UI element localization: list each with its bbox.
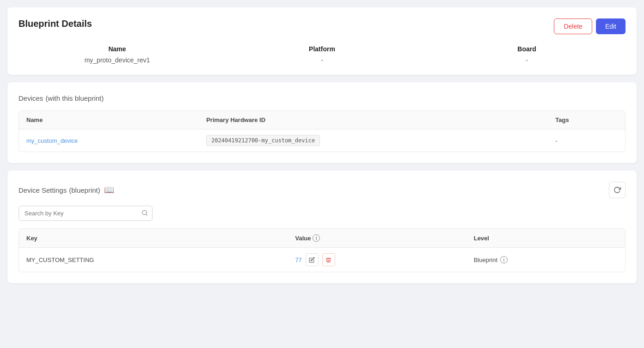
settings-table-body: MY_CUSTOM_SETTING 77 xyxy=(19,248,625,272)
search-icon xyxy=(141,209,148,216)
refresh-button[interactable] xyxy=(609,182,626,198)
setting-level-cell: Blueprint i xyxy=(466,248,625,272)
setting-level-value: Blueprint xyxy=(474,256,497,263)
settings-table-container: Key Value i Level MY_CUSTOM_SETTING xyxy=(18,228,626,272)
table-row: MY_CUSTOM_SETTING 77 xyxy=(19,248,625,272)
search-container xyxy=(18,206,153,221)
delete-button[interactable]: Delete xyxy=(554,18,592,34)
devices-table-container: Name Primary Hardware ID Tags my_custom_… xyxy=(18,110,626,152)
col-header-name: Name xyxy=(19,111,199,129)
blueprint-info: Name my_proto_device_rev1 Platform - Boa… xyxy=(18,45,626,64)
col-header-tags: Tags xyxy=(548,111,625,129)
settings-title-row: Device Settings (blueprint) 📖 xyxy=(18,185,114,195)
device-settings-card: Device Settings (blueprint) 📖 xyxy=(7,171,637,283)
trash-icon xyxy=(325,257,331,263)
svg-line-1 xyxy=(146,214,147,215)
settings-header: Device Settings (blueprint) 📖 xyxy=(18,182,626,198)
device-hwid-cell: 20240419212700-my_custom_device xyxy=(199,129,548,152)
platform-label: Platform xyxy=(309,45,335,53)
setting-value-cell: 77 xyxy=(288,248,466,272)
level-info-icon[interactable]: i xyxy=(500,256,508,263)
board-label: Board xyxy=(517,45,536,53)
blueprint-header: Blueprint Details Delete Edit xyxy=(18,18,626,34)
settings-table: Key Value i Level MY_CUSTOM_SETTING xyxy=(19,229,625,272)
col-header-level: Level xyxy=(466,229,625,248)
name-value: my_proto_device_rev1 xyxy=(85,56,150,64)
col-header-key: Key xyxy=(19,229,288,248)
name-label: Name xyxy=(108,45,126,53)
device-tags-cell: - xyxy=(548,129,625,152)
edit-button[interactable]: Edit xyxy=(596,18,626,34)
device-link[interactable]: my_custom_device xyxy=(26,137,78,144)
edit-setting-button[interactable] xyxy=(306,253,319,266)
blueprint-details-card: Blueprint Details Delete Edit Name my_pr… xyxy=(7,7,637,75)
devices-table-body: my_custom_device 20240419212700-my_custo… xyxy=(19,129,625,152)
col-header-hw-id: Primary Hardware ID xyxy=(199,111,548,129)
settings-table-header-row: Key Value i Level xyxy=(19,229,625,248)
delete-setting-button[interactable] xyxy=(322,253,335,266)
table-row: my_custom_device 20240419212700-my_custo… xyxy=(19,129,625,152)
value-info-icon[interactable]: i xyxy=(313,234,320,242)
setting-key-cell: MY_CUSTOM_SETTING xyxy=(19,248,288,272)
action-buttons: Delete Edit xyxy=(554,18,626,34)
book-icon: 📖 xyxy=(104,185,114,195)
hw-id-badge: 20240419212700-my_custom_device xyxy=(206,135,320,146)
device-name-cell: my_custom_device xyxy=(19,129,199,152)
name-column: Name my_proto_device_rev1 xyxy=(18,45,216,64)
edit-icon xyxy=(309,257,315,263)
platform-column: Platform - xyxy=(223,45,421,64)
setting-value: 77 xyxy=(295,256,302,263)
devices-section-title: Devices (with this blueprint) xyxy=(18,93,626,103)
platform-value: - xyxy=(321,56,323,64)
settings-section-title: Device Settings (blueprint) xyxy=(18,185,100,195)
page-title: Blueprint Details xyxy=(18,18,92,29)
page-wrapper: Blueprint Details Delete Edit Name my_pr… xyxy=(0,0,644,291)
devices-card: Devices (with this blueprint) Name Prima… xyxy=(7,82,637,163)
value-header-cell: Value i xyxy=(295,234,320,242)
board-value: - xyxy=(526,56,528,64)
search-input[interactable] xyxy=(18,206,153,221)
settings-table-head: Key Value i Level xyxy=(19,229,625,248)
devices-table-header-row: Name Primary Hardware ID Tags xyxy=(19,111,625,129)
refresh-icon xyxy=(613,186,621,194)
devices-table-head: Name Primary Hardware ID Tags xyxy=(19,111,625,129)
board-column: Board - xyxy=(428,45,626,64)
search-icon-button[interactable] xyxy=(141,209,148,217)
col-header-value: Value i xyxy=(288,229,466,248)
devices-table: Name Primary Hardware ID Tags my_custom_… xyxy=(19,111,625,152)
